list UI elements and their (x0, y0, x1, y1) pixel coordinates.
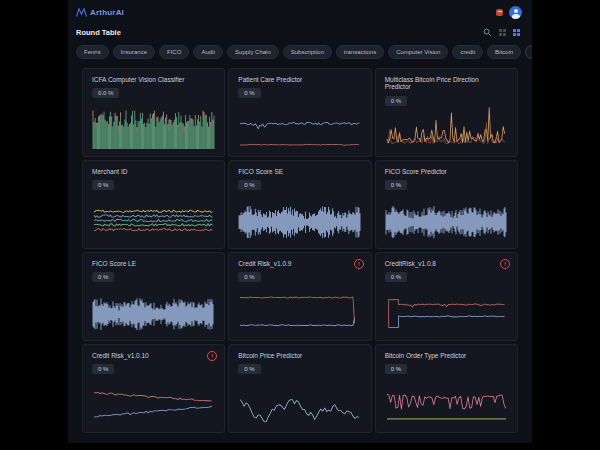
model-card[interactable]: ! Credit Risk_v1.0.9 0 % (228, 252, 371, 341)
list-view-icon[interactable] (499, 29, 506, 36)
model-card[interactable]: ! Patient Care Predictor 0 % (228, 68, 371, 157)
arthur-ai-app: ArthurAI Round Table FenrisInsuranceFICO… (68, 0, 532, 443)
tag-chip[interactable]: Bitcoin (487, 45, 521, 59)
tag-chip[interactable]: Subscription (283, 45, 332, 59)
drift-badge: 0 % (238, 272, 260, 282)
model-card-title: Merchant ID (92, 168, 215, 175)
model-card-title: Bitcoin Price Predictor (238, 352, 361, 359)
tag-chip[interactable]: Supply Chain (227, 45, 279, 59)
warning-icon: ! (207, 351, 217, 361)
model-card-title: FICO Score LE (92, 260, 215, 267)
drift-badge: 0 % (238, 180, 260, 190)
page-title: Round Table (76, 28, 121, 37)
model-card[interactable]: ! Bitcoin Order Type Predictor 0 % (375, 344, 518, 433)
model-card-title: Multiclass Bitcoin Price Direction Predi… (385, 76, 508, 91)
page-head: Round Table (68, 22, 532, 39)
model-card-title: CreditRisk_v1.0.8 (385, 260, 508, 267)
arthur-logo-icon (76, 8, 87, 17)
model-card[interactable]: ! FICO Score Predictor 0 % (375, 160, 518, 249)
drift-badge: 0 % (385, 272, 407, 282)
drift-badge: 0 % (92, 180, 114, 190)
model-chart (238, 290, 361, 334)
model-card-title: FICO Score SE (238, 168, 361, 175)
model-chart (385, 382, 508, 426)
model-chart (385, 290, 508, 334)
top-bar: ArthurAI (68, 0, 532, 22)
user-avatar[interactable] (509, 6, 522, 19)
model-chart (92, 382, 215, 426)
model-card[interactable]: ! ICFA Computer Vision Classifier 0.0 % (82, 68, 225, 157)
drift-badge: 0 % (238, 88, 260, 98)
model-card-title: Credit Risk_v1.0.10 (92, 352, 215, 359)
model-card-title: ICFA Computer Vision Classifier (92, 76, 215, 83)
arthur-logo-text: ArthurAI (90, 8, 124, 17)
model-chart (238, 106, 361, 150)
tag-chip[interactable]: Audit (193, 45, 223, 59)
model-card-title: FICO Score Predictor (385, 168, 508, 175)
view-actions (483, 28, 520, 37)
intercom-chat-icon[interactable] (496, 9, 503, 16)
grid-view-icon[interactable] (513, 29, 520, 36)
model-chart (385, 106, 508, 150)
model-card-title: Credit Risk_v1.0.9 (238, 260, 361, 267)
tag-chip[interactable]: credit (452, 45, 483, 59)
model-chart (238, 198, 361, 242)
drift-badge: 0 % (385, 180, 407, 190)
drift-badge: 0 % (385, 96, 407, 106)
model-card[interactable]: ! FICO Score LE 0 % (82, 252, 225, 341)
model-chart (385, 198, 508, 242)
drift-badge: 0.0 % (92, 88, 119, 98)
search-icon[interactable] (483, 28, 492, 37)
tag-chip[interactable]: Fenris (76, 45, 109, 59)
model-card[interactable]: ! FICO Score SE 0 % (228, 160, 371, 249)
tag-chip[interactable]: Insurance (113, 45, 155, 59)
tag-chip[interactable]: Computer Vision (388, 45, 448, 59)
drift-badge: 0 % (385, 364, 407, 374)
model-card-title: Patient Care Predictor (238, 76, 361, 83)
warning-icon: ! (500, 259, 510, 269)
model-chart (92, 106, 215, 150)
tag-filter-bar: FenrisInsuranceFICOAuditSupply ChainSubs… (68, 39, 532, 59)
model-card[interactable]: ! Credit Risk_v1.0.10 0 % (82, 344, 225, 433)
model-card[interactable]: ! Merchant ID 0 % (82, 160, 225, 249)
model-card-grid: ! ICFA Computer Vision Classifier 0.0 % … (82, 68, 518, 433)
model-chart (92, 198, 215, 242)
model-card[interactable]: ! CreditRisk_v1.0.8 0 % (375, 252, 518, 341)
drift-badge: 0 % (92, 272, 114, 282)
model-chart (238, 382, 361, 426)
model-chart (92, 290, 215, 334)
tag-chip[interactable]: transactions (336, 45, 384, 59)
drift-badge: 0 % (238, 364, 260, 374)
screen: ArthurAI Round Table FenrisInsuranceFICO… (0, 0, 600, 450)
drift-badge: 0 % (92, 364, 114, 374)
warning-icon: ! (354, 259, 364, 269)
model-card[interactable]: ! Multiclass Bitcoin Price Direction Pre… (375, 68, 518, 157)
tag-chip[interactable]: FICO (159, 45, 189, 59)
arthur-logo[interactable]: ArthurAI (76, 8, 124, 17)
model-card[interactable]: ! Bitcoin Price Predictor 0 % (228, 344, 371, 433)
tag-chip[interactable]: Untagged (525, 45, 532, 59)
top-actions (496, 6, 522, 19)
model-card-title: Bitcoin Order Type Predictor (385, 352, 508, 359)
